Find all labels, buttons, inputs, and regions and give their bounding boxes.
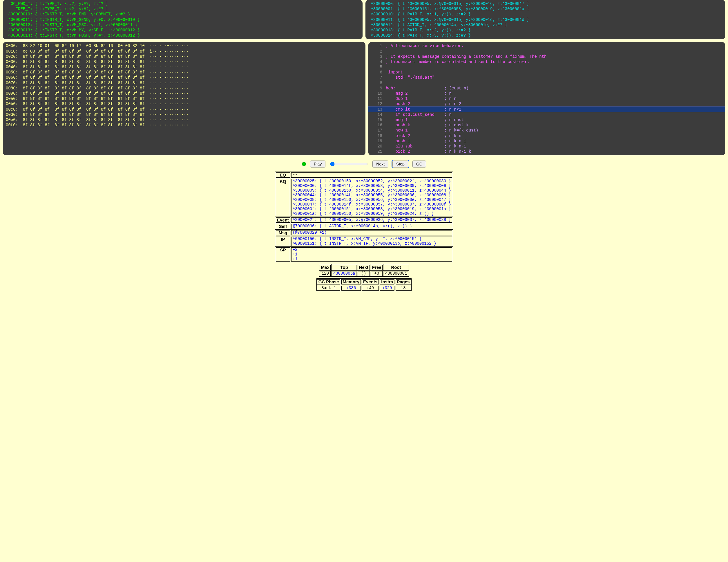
event-value: ^3000002f: { t:^30000005, x:@70000036, y… xyxy=(291,217,453,223)
source-line: 9beh: ; (cust n) xyxy=(368,86,725,91)
gc-events: +49 xyxy=(361,285,379,291)
source-line: 17 new 1 ; n k=(k cust) xyxy=(368,128,725,133)
mem-max: 120 xyxy=(319,270,331,276)
status-led-icon xyxy=(302,162,306,166)
state-table: EQ -- KQ ^30000025: { t:^00000150, x:^30… xyxy=(275,171,453,262)
msg-label: Msg xyxy=(275,229,291,236)
gc-table: GC PhaseMemoryEventsInstrsPages Bank 1 +… xyxy=(316,278,412,291)
source-line: 5 xyxy=(368,64,725,70)
source-line: 20 alu sub ; n k n-1 xyxy=(368,144,725,149)
eq-value: -- xyxy=(291,172,453,178)
source-line: 8 xyxy=(368,80,725,86)
mem-header: Max xyxy=(319,264,331,270)
kq-value: ^30000025: { t:^00000150, x:^30000052, y… xyxy=(291,178,453,217)
source-line: 6.import xyxy=(368,70,725,75)
controls-bar: Play Next Step GC xyxy=(0,158,728,170)
source-line: 12 push 2 ; n n 2 xyxy=(368,101,725,106)
memory-table: MaxTopNextFreeRoot 120 ^3000005a () +0 ^… xyxy=(319,264,409,276)
source-line: 3; It expects a message containing a cus… xyxy=(368,54,725,59)
mem-header: Root xyxy=(383,264,409,270)
quad-memory-panel-right: ^3000000e: { t:^30000005, x:@70000015, y… xyxy=(365,0,725,39)
msg-value: (@70000029 +1) xyxy=(291,229,453,236)
speed-slider[interactable] xyxy=(330,162,368,166)
mem-header: Free xyxy=(370,264,383,270)
gc-instrs: +329 xyxy=(379,285,395,291)
gc-memory: +336 xyxy=(341,285,361,291)
source-line: 13 cmp lt ; n n<2 xyxy=(368,107,725,112)
source-line: 15 msg 1 ; n cust xyxy=(368,117,725,122)
quad-memory-panel-left: GC_FWD_T: { t:TYPE_T, x:#?, y:#?, z:#? }… xyxy=(3,0,363,39)
mem-next: () xyxy=(357,270,370,276)
ip-value: ^00000150: { t:INSTR_T, x:VM_CMP, y:LT, … xyxy=(291,236,453,247)
sp-label: SP xyxy=(275,247,291,262)
event-label: Event xyxy=(275,217,291,223)
source-line: 2 xyxy=(368,49,725,54)
source-line: 10 msg 2 ; n xyxy=(368,91,725,96)
play-button[interactable]: Play xyxy=(310,160,325,167)
source-line: 18 pick 2 ; n k n xyxy=(368,133,725,138)
hex-dump-panel: 0000: 88 82 10 01 00 82 10 f7 00 8b 82 1… xyxy=(3,42,365,155)
sp-value: +2 +1 +1 xyxy=(291,247,453,262)
gc-header: GC Phase xyxy=(316,279,341,285)
ip-label: IP xyxy=(275,236,291,247)
source-line: 7 std: "./std.asm" xyxy=(368,75,725,80)
source-line: 4; fibonnacci number is calculated and s… xyxy=(368,59,725,64)
self-label: Self xyxy=(275,223,291,229)
gc-phase: Bank 1 xyxy=(316,285,341,291)
gc-header: Pages xyxy=(395,279,412,285)
gc-header: Memory xyxy=(341,279,361,285)
next-button[interactable]: Next xyxy=(372,160,388,167)
self-value: @70000036: { t:ACTOR_T, x:^0000014b, y:(… xyxy=(291,223,453,229)
gc-header: Events xyxy=(361,279,379,285)
mem-header: Top xyxy=(331,264,357,270)
source-panel: 1; A fibonnacci service behavior.23; It … xyxy=(368,42,725,155)
mem-root: ^30000001 xyxy=(383,270,409,276)
source-line: 16 push k ; n cust k xyxy=(368,122,725,128)
kq-label: KQ xyxy=(275,178,291,217)
mem-top: ^3000005a xyxy=(331,270,357,276)
mem-free: +0 xyxy=(370,270,383,276)
source-line: 14 if std.cust_send ; n xyxy=(368,112,725,117)
gc-header: Instrs xyxy=(379,279,395,285)
source-line: 19 push 1 ; n k n 1 xyxy=(368,138,725,144)
source-line: 21 pick 2 ; n k n-1 k xyxy=(368,149,725,154)
gc-pages: 18 xyxy=(395,285,412,291)
source-line: 11 dup 1 ; n n xyxy=(368,96,725,101)
eq-label: EQ xyxy=(275,172,291,178)
source-line: 1; A fibonnacci service behavior. xyxy=(368,43,725,48)
step-button[interactable]: Step xyxy=(392,160,408,167)
mem-header: Next xyxy=(357,264,370,270)
gc-button[interactable]: GC xyxy=(412,160,426,167)
